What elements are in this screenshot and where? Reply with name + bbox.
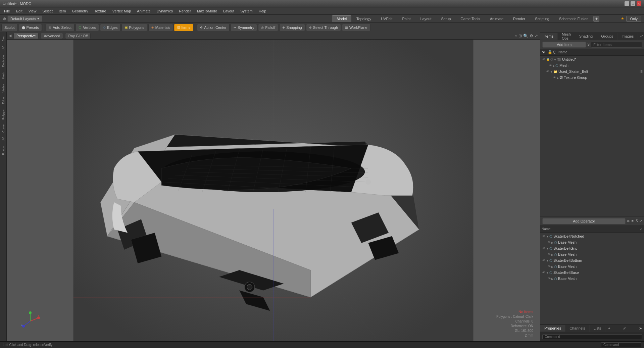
expand-icon-untitled[interactable] (554, 57, 556, 61)
polygons-button[interactable]: ▣ Polygons (121, 24, 147, 31)
panel-tab-items[interactable]: Items (540, 33, 558, 40)
expand-icon-mesh[interactable] (553, 63, 555, 67)
menu-layout[interactable]: Layout (220, 8, 237, 14)
raygl-button[interactable]: Ray GL: Off (65, 33, 91, 39)
only-button[interactable]: Only (626, 16, 641, 22)
materials-button[interactable]: ◈ Materials (148, 24, 174, 31)
edges-button[interactable]: ◇ Edges (100, 24, 120, 31)
tree-item-texture-group[interactable]: 👁 🖼 Texture Group (541, 74, 643, 81)
expand-props-icon[interactable]: ⤢ (621, 325, 628, 332)
viewport-zoom-icon[interactable]: 🔍 (523, 34, 528, 38)
sidebar-tab-mesh[interactable]: Mesh (1, 70, 6, 81)
tree-item-untitled[interactable]: 👁 🔒 ⬡ 🎬 Untitled* (541, 56, 643, 62)
command-input-bottom[interactable] (601, 342, 641, 347)
menu-system[interactable]: System (238, 8, 255, 14)
meshops-expand-icon[interactable]: ⤢ (640, 227, 643, 231)
workplane-button[interactable]: ▦ WorkPlane (342, 24, 370, 31)
add-operator-button[interactable]: Add Operator (542, 218, 626, 224)
menu-item[interactable]: Item (56, 8, 68, 14)
perspective-button[interactable]: Perspective (13, 33, 39, 39)
layout-dropdown[interactable]: Default Layouts ▾ (7, 15, 42, 22)
meshops-icon1[interactable]: ⊕ (627, 219, 630, 223)
auto-select-button[interactable]: ◎ Auto Select (46, 24, 75, 31)
menu-edit[interactable]: Edit (13, 8, 25, 14)
sidebar-tab-curve[interactable]: Curve (1, 122, 6, 135)
maximize-button[interactable]: □ (631, 1, 635, 6)
expand-bm1[interactable] (551, 240, 553, 244)
expand-icon-belt[interactable] (550, 69, 553, 73)
command-input[interactable] (542, 334, 642, 339)
tree-item-sbn[interactable]: 👁 SkaterBeltNotched (541, 233, 643, 239)
falloff-button[interactable]: ◎ Falloff (258, 24, 278, 31)
sidebar-tab-edge[interactable]: Edge (1, 95, 6, 106)
tab-layout[interactable]: Layout (415, 16, 436, 22)
tree-item-bm1[interactable]: 👁 Base Mesh (541, 239, 643, 245)
sidebar-tab-uv2[interactable]: UV (1, 135, 6, 144)
menu-dynamics[interactable]: Dynamics (154, 8, 176, 14)
tab-channels[interactable]: Channels (565, 325, 589, 332)
items-button[interactable]: ⊡ Items (174, 24, 193, 31)
tree-item-sbg[interactable]: 👁 SkaterBeltGrip (541, 245, 643, 251)
tab-animate[interactable]: Animate (485, 16, 508, 22)
expand-bm4[interactable] (551, 277, 553, 281)
panel-tab-groups[interactable]: Groups (597, 33, 617, 40)
panel-icon-s[interactable]: S (587, 43, 590, 46)
tab-scripting[interactable]: Scripting (530, 16, 554, 22)
tree-item-bm2[interactable]: 👁 Base Mesh (541, 251, 643, 257)
tree-item-mesh[interactable]: 👁 Mesh (541, 62, 643, 68)
viewport-fit-icon[interactable]: ⊞ (518, 34, 522, 38)
viewport-home-icon[interactable]: ⌂ (515, 34, 517, 38)
filter-items-input[interactable] (591, 42, 642, 48)
presets-button[interactable]: ⬤ Presets (19, 24, 42, 31)
menu-texture[interactable]: Texture (92, 8, 109, 14)
tree-item-sbbase[interactable]: 👁 SkaterBeltBase (541, 269, 643, 276)
add-layout-button[interactable]: + (593, 16, 599, 22)
add-props-tab-icon[interactable]: + (607, 325, 611, 332)
expand-bm3[interactable] (551, 264, 553, 268)
items-tree[interactable]: 👁 🔒 ⬡ 🎬 Untitled* 👁 Mesh 👁 (540, 56, 644, 216)
tab-topology[interactable]: Topology (352, 16, 376, 22)
menu-help[interactable]: Help (256, 8, 269, 14)
tab-game-tools[interactable]: Game Tools (456, 16, 485, 22)
tab-lists[interactable]: Lists (590, 325, 606, 332)
panel-tab-shading[interactable]: Shading (575, 33, 597, 40)
meshops-icon4[interactable]: ⤢ (639, 219, 642, 223)
select-through-button[interactable]: ⊘ Select Through (306, 24, 341, 31)
advanced-button[interactable]: Advanced (41, 33, 63, 39)
symmetry-button[interactable]: ⇔ Symmetry (231, 24, 257, 31)
menu-select[interactable]: Select (40, 8, 55, 14)
tree-item-bm3[interactable]: 👁 Base Mesh (541, 263, 643, 269)
vertices-button[interactable]: ⬡ Vertices (76, 24, 99, 31)
tab-schematic-fusion[interactable]: Schematic Fusion (554, 16, 593, 22)
expand-sbg[interactable] (546, 246, 549, 250)
meshops-icon3[interactable]: S (636, 219, 638, 223)
menu-render[interactable]: Render (176, 8, 194, 14)
expand-sbb[interactable] (546, 258, 549, 262)
menu-geometry[interactable]: Geometry (69, 8, 91, 14)
sidebar-tab-uv[interactable]: UV (1, 44, 6, 53)
tab-paint[interactable]: Paint (397, 16, 415, 22)
sidebar-tab-dedicate[interactable]: Dedicate (1, 53, 6, 69)
expand-panel-icon[interactable]: ⤢ (638, 33, 644, 40)
menu-view[interactable]: View (26, 8, 39, 14)
meshops-tree[interactable]: 👁 SkaterBeltNotched 👁 Base Mesh 👁 (540, 233, 644, 324)
tab-properties[interactable]: Properties (540, 325, 565, 332)
tab-uvedit[interactable]: UVEdit (376, 16, 397, 22)
viewport-expand-icon[interactable]: ⤢ (535, 34, 538, 38)
tree-item-used-skater-belt[interactable]: 👁 📁 Used_Skater_Belt 3 (541, 68, 643, 74)
panel-tab-images[interactable]: Images (617, 33, 638, 40)
close-button[interactable]: ✕ (637, 1, 641, 6)
minimize-button[interactable]: ─ (625, 1, 629, 6)
viewport[interactable]: ◀ Perspective Advanced Ray GL: Off ⌂ ⊞ 🔍… (7, 32, 540, 341)
menu-animate[interactable]: Animate (134, 8, 153, 14)
menu-file[interactable]: File (1, 8, 13, 14)
sidebar-tab-polygon[interactable]: Polygon (1, 107, 6, 122)
sidebar-tab-fusion[interactable]: Fusion (1, 144, 6, 157)
sculpt-button[interactable]: Sculpt (1, 24, 18, 31)
tab-model[interactable]: Model (332, 15, 351, 22)
tree-item-bm4[interactable]: 👁 Base Mesh (541, 276, 643, 282)
menu-maxtomodo[interactable]: MaxToModo (194, 8, 220, 14)
panel-tab-meshops[interactable]: Mesh Ops (558, 31, 575, 42)
tab-render[interactable]: Render (508, 16, 530, 22)
expand-sbn[interactable] (546, 234, 549, 238)
